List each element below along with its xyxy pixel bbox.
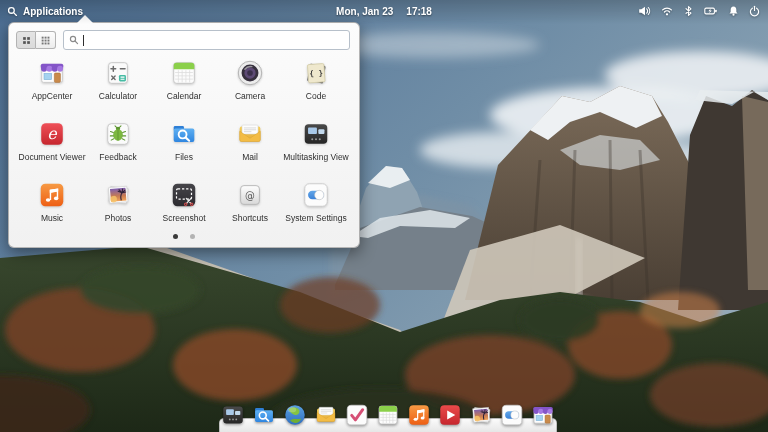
dock-item-photos[interactable] — [468, 402, 494, 428]
wifi-icon[interactable] — [661, 5, 673, 17]
dock-item-multitasking-view[interactable] — [220, 402, 246, 428]
launcher-header — [9, 23, 359, 54]
dock-item-web-browser[interactable] — [282, 402, 308, 428]
page-dot-1[interactable] — [173, 234, 178, 239]
calculator-icon — [103, 58, 133, 88]
dock-item-videos[interactable] — [437, 402, 463, 428]
category-view-button[interactable] — [36, 31, 56, 49]
page-indicator — [9, 234, 359, 239]
app-label: Shortcuts — [232, 214, 268, 223]
dock-item-music[interactable] — [406, 402, 432, 428]
app-label: Calendar — [167, 92, 202, 101]
search-icon — [7, 6, 18, 17]
applications-launcher: AppCenter Calculator Calendar Camera Cod… — [8, 22, 360, 248]
music-icon — [37, 180, 67, 210]
applications-menu-button[interactable]: Applications — [7, 0, 83, 22]
photos-icon — [103, 180, 133, 210]
screenshot-icon — [169, 180, 199, 210]
top-panel: Applications Mon, Jan 23 17:18 — [0, 0, 768, 24]
app-item-calculator[interactable]: Calculator — [85, 58, 151, 102]
category-view-icon — [41, 36, 50, 45]
mail-icon — [235, 119, 265, 149]
app-label: Code — [306, 92, 326, 101]
document-viewer-icon — [37, 119, 67, 149]
app-item-multitasking-view[interactable]: Multitasking View — [283, 119, 349, 163]
dock-item-appcenter[interactable] — [530, 402, 556, 428]
dock-item-system-settings[interactable] — [499, 402, 525, 428]
app-item-feedback[interactable]: Feedback — [85, 119, 151, 163]
calendar-icon — [169, 58, 199, 88]
panel-date: Mon, Jan 23 — [336, 6, 393, 17]
dock-item-mail[interactable] — [313, 402, 339, 428]
applications-menu-label: Applications — [23, 6, 83, 17]
dock-item-calendar[interactable] — [375, 402, 401, 428]
dock-item-files[interactable] — [251, 402, 277, 428]
app-item-document-viewer[interactable]: Document Viewer — [19, 119, 85, 163]
camera-icon — [235, 58, 265, 88]
app-label: Camera — [235, 92, 265, 101]
app-item-calendar[interactable]: Calendar — [151, 58, 217, 102]
app-label: Music — [41, 214, 63, 223]
text-caret — [83, 35, 84, 46]
app-grid: AppCenter Calculator Calendar Camera Cod… — [9, 54, 359, 224]
app-label: Document Viewer — [19, 153, 86, 162]
app-label: Multitasking View — [283, 153, 349, 162]
search-icon — [69, 35, 79, 45]
code-icon — [301, 58, 331, 88]
panel-time: 17:18 — [406, 6, 432, 17]
volume-icon[interactable] — [638, 5, 651, 17]
app-item-music[interactable]: Music — [19, 180, 85, 224]
app-label: AppCenter — [32, 92, 73, 101]
app-label: Photos — [105, 214, 131, 223]
shortcuts-icon — [235, 180, 265, 210]
bluetooth-icon[interactable] — [683, 5, 694, 17]
multitasking-view-icon — [301, 119, 331, 149]
app-item-screenshot[interactable]: Screenshot — [151, 180, 217, 224]
search-input[interactable] — [63, 30, 350, 50]
app-item-camera[interactable]: Camera — [217, 58, 283, 102]
panel-indicators — [638, 0, 760, 22]
app-label: Calculator — [99, 92, 137, 101]
app-label: Files — [175, 153, 193, 162]
app-item-shortcuts[interactable]: Shortcuts — [217, 180, 283, 224]
app-item-system-settings[interactable]: System Settings — [283, 180, 349, 224]
app-item-photos[interactable]: Photos — [85, 180, 151, 224]
dock-icons — [220, 402, 556, 428]
bell-icon[interactable] — [728, 5, 739, 17]
grid-view-button[interactable] — [16, 31, 36, 49]
grid-view-icon — [22, 36, 31, 45]
appcenter-icon — [37, 58, 67, 88]
page-dot-2[interactable] — [190, 234, 195, 239]
feedback-icon — [103, 119, 133, 149]
view-toggle — [16, 31, 56, 49]
app-item-files[interactable]: Files — [151, 119, 217, 163]
power-icon[interactable] — [749, 5, 760, 17]
files-icon — [169, 119, 199, 149]
dock — [219, 418, 557, 432]
app-label: Feedback — [99, 153, 136, 162]
app-label: Mail — [242, 153, 258, 162]
desktop: Applications Mon, Jan 23 17:18 — [0, 0, 768, 432]
datetime-button[interactable]: Mon, Jan 23 17:18 — [336, 0, 432, 22]
app-item-mail[interactable]: Mail — [217, 119, 283, 163]
app-item-code[interactable]: Code — [283, 58, 349, 102]
battery-charging-icon[interactable] — [704, 5, 718, 17]
dock-item-tasks[interactable] — [344, 402, 370, 428]
app-label: Screenshot — [163, 214, 206, 223]
system-settings-icon — [301, 180, 331, 210]
app-label: System Settings — [285, 214, 346, 223]
app-item-appcenter[interactable]: AppCenter — [19, 58, 85, 102]
